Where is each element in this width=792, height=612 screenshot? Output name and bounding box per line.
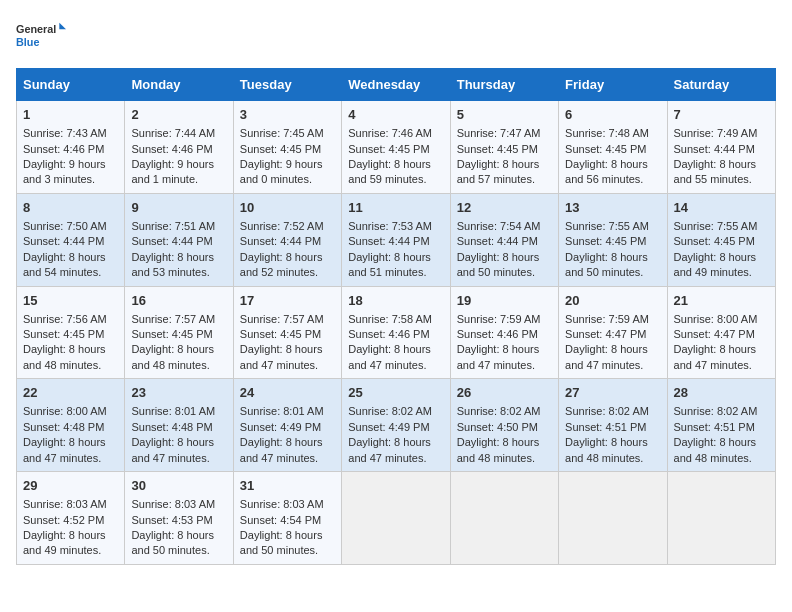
day-number: 4 [348, 106, 443, 124]
cell-week1-day2: 3Sunrise: 7:45 AMSunset: 4:45 PMDaylight… [233, 101, 341, 194]
day-number: 14 [674, 199, 769, 217]
header-thursday: Thursday [450, 69, 558, 101]
day-number: 5 [457, 106, 552, 124]
day-number: 21 [674, 292, 769, 310]
page-header: General Blue [16, 16, 776, 56]
week-row-1: 1Sunrise: 7:43 AMSunset: 4:46 PMDaylight… [17, 101, 776, 194]
cell-week3-day2: 17Sunrise: 7:57 AMSunset: 4:45 PMDayligh… [233, 286, 341, 379]
cell-week2-day4: 12Sunrise: 7:54 AMSunset: 4:44 PMDayligh… [450, 193, 558, 286]
cell-week5-day5 [559, 472, 667, 565]
cell-week5-day6 [667, 472, 775, 565]
day-number: 22 [23, 384, 118, 402]
header-sunday: Sunday [17, 69, 125, 101]
day-number: 3 [240, 106, 335, 124]
cell-week5-day0: 29Sunrise: 8:03 AMSunset: 4:52 PMDayligh… [17, 472, 125, 565]
day-number: 7 [674, 106, 769, 124]
cell-week2-day0: 8Sunrise: 7:50 AMSunset: 4:44 PMDaylight… [17, 193, 125, 286]
cell-week4-day2: 24Sunrise: 8:01 AMSunset: 4:49 PMDayligh… [233, 379, 341, 472]
cell-week3-day4: 19Sunrise: 7:59 AMSunset: 4:46 PMDayligh… [450, 286, 558, 379]
day-number: 2 [131, 106, 226, 124]
cell-week3-day0: 15Sunrise: 7:56 AMSunset: 4:45 PMDayligh… [17, 286, 125, 379]
header-friday: Friday [559, 69, 667, 101]
cell-week3-day6: 21Sunrise: 8:00 AMSunset: 4:47 PMDayligh… [667, 286, 775, 379]
day-number: 26 [457, 384, 552, 402]
logo: General Blue [16, 16, 66, 56]
day-headers-row: SundayMondayTuesdayWednesdayThursdayFrid… [17, 69, 776, 101]
cell-week4-day5: 27Sunrise: 8:02 AMSunset: 4:51 PMDayligh… [559, 379, 667, 472]
cell-week1-day5: 6Sunrise: 7:48 AMSunset: 4:45 PMDaylight… [559, 101, 667, 194]
cell-week4-day6: 28Sunrise: 8:02 AMSunset: 4:51 PMDayligh… [667, 379, 775, 472]
cell-week2-day3: 11Sunrise: 7:53 AMSunset: 4:44 PMDayligh… [342, 193, 450, 286]
day-number: 6 [565, 106, 660, 124]
cell-week5-day4 [450, 472, 558, 565]
cell-week1-day6: 7Sunrise: 7:49 AMSunset: 4:44 PMDaylight… [667, 101, 775, 194]
day-number: 27 [565, 384, 660, 402]
header-monday: Monday [125, 69, 233, 101]
cell-week4-day1: 23Sunrise: 8:01 AMSunset: 4:48 PMDayligh… [125, 379, 233, 472]
cell-week2-day6: 14Sunrise: 7:55 AMSunset: 4:45 PMDayligh… [667, 193, 775, 286]
svg-text:General: General [16, 23, 56, 35]
day-number: 20 [565, 292, 660, 310]
cell-week1-day3: 4Sunrise: 7:46 AMSunset: 4:45 PMDaylight… [342, 101, 450, 194]
day-number: 10 [240, 199, 335, 217]
day-number: 25 [348, 384, 443, 402]
day-number: 29 [23, 477, 118, 495]
day-number: 12 [457, 199, 552, 217]
week-row-3: 15Sunrise: 7:56 AMSunset: 4:45 PMDayligh… [17, 286, 776, 379]
day-number: 18 [348, 292, 443, 310]
cell-week3-day3: 18Sunrise: 7:58 AMSunset: 4:46 PMDayligh… [342, 286, 450, 379]
cell-week4-day3: 25Sunrise: 8:02 AMSunset: 4:49 PMDayligh… [342, 379, 450, 472]
cell-week4-day4: 26Sunrise: 8:02 AMSunset: 4:50 PMDayligh… [450, 379, 558, 472]
day-number: 17 [240, 292, 335, 310]
cell-week5-day1: 30Sunrise: 8:03 AMSunset: 4:53 PMDayligh… [125, 472, 233, 565]
cell-week3-day1: 16Sunrise: 7:57 AMSunset: 4:45 PMDayligh… [125, 286, 233, 379]
day-number: 31 [240, 477, 335, 495]
day-number: 24 [240, 384, 335, 402]
day-number: 11 [348, 199, 443, 217]
day-number: 9 [131, 199, 226, 217]
day-number: 30 [131, 477, 226, 495]
day-number: 8 [23, 199, 118, 217]
day-number: 23 [131, 384, 226, 402]
svg-marker-2 [59, 23, 66, 30]
header-tuesday: Tuesday [233, 69, 341, 101]
header-wednesday: Wednesday [342, 69, 450, 101]
logo-svg: General Blue [16, 16, 66, 56]
cell-week2-day2: 10Sunrise: 7:52 AMSunset: 4:44 PMDayligh… [233, 193, 341, 286]
day-number: 1 [23, 106, 118, 124]
week-row-4: 22Sunrise: 8:00 AMSunset: 4:48 PMDayligh… [17, 379, 776, 472]
cell-week4-day0: 22Sunrise: 8:00 AMSunset: 4:48 PMDayligh… [17, 379, 125, 472]
cell-week3-day5: 20Sunrise: 7:59 AMSunset: 4:47 PMDayligh… [559, 286, 667, 379]
day-number: 15 [23, 292, 118, 310]
cell-week5-day2: 31Sunrise: 8:03 AMSunset: 4:54 PMDayligh… [233, 472, 341, 565]
day-number: 28 [674, 384, 769, 402]
day-number: 13 [565, 199, 660, 217]
week-row-2: 8Sunrise: 7:50 AMSunset: 4:44 PMDaylight… [17, 193, 776, 286]
week-row-5: 29Sunrise: 8:03 AMSunset: 4:52 PMDayligh… [17, 472, 776, 565]
day-number: 19 [457, 292, 552, 310]
cell-week1-day4: 5Sunrise: 7:47 AMSunset: 4:45 PMDaylight… [450, 101, 558, 194]
calendar-table: SundayMondayTuesdayWednesdayThursdayFrid… [16, 68, 776, 565]
cell-week5-day3 [342, 472, 450, 565]
svg-text:Blue: Blue [16, 36, 39, 48]
cell-week2-day5: 13Sunrise: 7:55 AMSunset: 4:45 PMDayligh… [559, 193, 667, 286]
cell-week1-day1: 2Sunrise: 7:44 AMSunset: 4:46 PMDaylight… [125, 101, 233, 194]
cell-week2-day1: 9Sunrise: 7:51 AMSunset: 4:44 PMDaylight… [125, 193, 233, 286]
cell-week1-day0: 1Sunrise: 7:43 AMSunset: 4:46 PMDaylight… [17, 101, 125, 194]
header-saturday: Saturday [667, 69, 775, 101]
day-number: 16 [131, 292, 226, 310]
